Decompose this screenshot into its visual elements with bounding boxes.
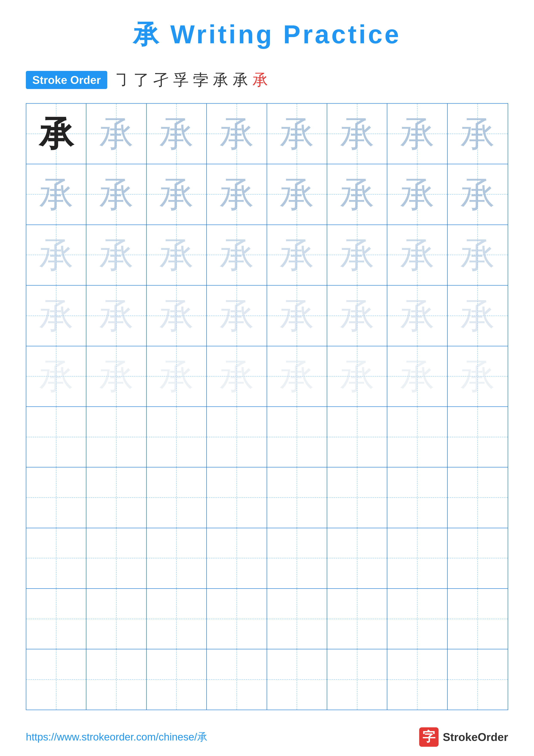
grid-cell[interactable]: 承 [207,104,267,164]
grid-cell[interactable] [26,468,87,527]
practice-char: 承 [400,117,435,151]
grid-cell[interactable] [267,528,327,588]
grid-cell[interactable]: 承 [207,225,267,285]
grid-cell[interactable]: 承 [87,225,146,285]
grid-cell[interactable]: 承 [267,285,327,346]
grid-cell[interactable]: 承 [147,104,207,164]
grid-cell[interactable]: 承 [387,225,447,285]
grid-cell[interactable]: 承 [26,225,87,285]
practice-char: 承 [219,177,254,212]
grid-cell[interactable] [447,649,508,710]
grid-cell[interactable] [447,468,508,527]
grid-cell[interactable]: 承 [147,164,207,224]
grid-cell[interactable] [387,589,447,649]
grid-cell[interactable] [327,407,387,467]
grid-cell[interactable]: 承 [26,346,87,406]
seq-char-7: 承 [233,69,248,90]
grid-cell[interactable]: 承 [147,225,207,285]
grid-cell[interactable]: 承 [207,164,267,224]
grid-cell[interactable]: 承 [447,346,508,406]
grid-cell[interactable] [147,468,207,527]
footer: https://www.strokeorder.com/chinese/承 字 … [26,710,508,747]
grid-cell[interactable] [207,468,267,527]
seq-char-5: 孛 [193,69,209,90]
grid-row [26,468,508,528]
practice-char: 承 [460,238,495,272]
footer-logo-text: StrokeOrder [443,731,508,743]
grid-cell[interactable]: 承 [447,285,508,346]
grid-cell[interactable]: 承 [327,225,387,285]
grid-cell[interactable] [447,589,508,649]
practice-char: 承 [159,359,194,393]
grid-cell[interactable] [327,649,387,710]
grid-cell[interactable] [267,649,327,710]
grid-cell[interactable] [87,468,146,527]
grid-cell[interactable]: 承 [327,285,387,346]
grid-cell[interactable] [26,528,87,588]
grid-cell[interactable] [387,528,447,588]
grid-cell[interactable] [87,407,146,467]
grid-cell[interactable] [267,407,327,467]
grid-cell[interactable]: 承 [327,104,387,164]
grid-cell[interactable] [267,468,327,527]
grid-cell[interactable] [147,589,207,649]
grid-cell[interactable] [26,649,87,710]
grid-cell[interactable] [327,468,387,527]
footer-logo-icon: 字 [419,727,439,747]
grid-cell[interactable] [207,407,267,467]
grid-cell[interactable] [87,528,146,588]
grid-cell[interactable]: 承 [26,164,87,224]
grid-cell[interactable] [207,528,267,588]
grid-cell[interactable] [327,528,387,588]
seq-char-4: 孚 [173,69,189,90]
grid-cell[interactable]: 承 [147,285,207,346]
practice-char: 承 [219,117,254,151]
grid-cell[interactable]: 承 [327,164,387,224]
grid-cell[interactable] [447,407,508,467]
grid-cell[interactable] [87,649,146,710]
grid-cell[interactable]: 承 [327,346,387,406]
grid-cell[interactable]: 承 [26,104,87,164]
grid-cell[interactable]: 承 [447,104,508,164]
practice-char: 承 [99,117,134,151]
grid-cell[interactable]: 承 [387,164,447,224]
grid-cell[interactable]: 承 [267,164,327,224]
grid-cell[interactable] [26,407,87,467]
grid-row: 承 承 承 承 承 承 承 承 [26,104,508,164]
grid-cell[interactable] [387,468,447,527]
grid-cell[interactable]: 承 [447,164,508,224]
grid-cell[interactable]: 承 [447,225,508,285]
grid-cell[interactable]: 承 [387,285,447,346]
grid-cell[interactable] [147,528,207,588]
grid-cell[interactable] [447,528,508,588]
grid-cell[interactable] [387,407,447,467]
grid-cell[interactable]: 承 [207,346,267,406]
practice-char: 承 [219,359,254,393]
grid-cell[interactable]: 承 [267,104,327,164]
grid-cell[interactable]: 承 [387,346,447,406]
grid-row [26,528,508,589]
grid-cell[interactable]: 承 [387,104,447,164]
grid-cell[interactable] [267,589,327,649]
grid-cell[interactable]: 承 [87,164,146,224]
practice-char: 承 [340,238,374,272]
grid-cell[interactable]: 承 [26,285,87,346]
grid-cell[interactable]: 承 [87,104,146,164]
seq-char-1: ㇆ [114,69,129,90]
grid-cell[interactable]: 承 [267,346,327,406]
grid-cell[interactable]: 承 [87,285,146,346]
practice-char: 承 [159,298,194,333]
grid-cell[interactable] [207,649,267,710]
grid-cell[interactable] [147,649,207,710]
grid-cell[interactable] [207,589,267,649]
grid-cell[interactable] [26,589,87,649]
grid-cell[interactable] [147,407,207,467]
grid-cell[interactable]: 承 [267,225,327,285]
grid-cell[interactable] [87,589,146,649]
grid-cell[interactable]: 承 [147,346,207,406]
grid-cell[interactable]: 承 [207,285,267,346]
grid-cell[interactable]: 承 [87,346,146,406]
footer-url[interactable]: https://www.strokeorder.com/chinese/承 [26,730,207,744]
grid-cell[interactable] [387,649,447,710]
grid-cell[interactable] [327,589,387,649]
